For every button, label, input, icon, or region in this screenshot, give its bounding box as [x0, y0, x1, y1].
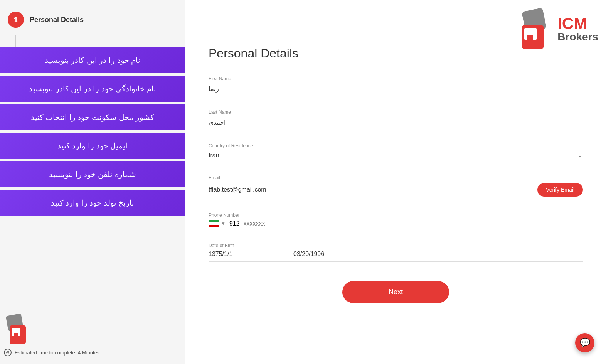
sidebar-footer: ⏱ Estimated time to complete: 4 Minutes: [4, 314, 99, 356]
flag-red-stripe: [209, 225, 219, 227]
last-name-label: Last Name: [209, 110, 583, 115]
sidebar: 1 Personal Details نام خود را در این کاد…: [0, 0, 185, 364]
logo-svg: [516, 8, 554, 50]
sidebar-btn-email[interactable]: ایمیل خود را وارد کنید: [0, 133, 185, 159]
dob-gregorian-input[interactable]: [293, 251, 370, 258]
iran-flag: [209, 220, 219, 227]
svg-rect-7: [527, 35, 533, 48]
first-name-input[interactable]: [209, 84, 583, 94]
flag-dropdown[interactable]: ▼: [209, 220, 226, 227]
first-name-group: First Name: [209, 76, 583, 98]
last-name-input[interactable]: [209, 117, 583, 127]
phone-group: Phone Number ▼ 912: [209, 212, 583, 231]
dob-group: Date of Birth: [209, 243, 583, 262]
phone-country-code: 912: [229, 220, 240, 227]
sidebar-btn-country[interactable]: کشور محل سکونت خود را انتخاب کنید: [0, 104, 185, 130]
chat-button[interactable]: 💬: [575, 333, 594, 352]
dob-persian-input[interactable]: [209, 251, 286, 258]
dob-label: Date of Birth: [209, 243, 583, 248]
last-name-group: Last Name: [209, 110, 583, 131]
country-group: Country of Residence Iran United States …: [209, 143, 583, 163]
chevron-down-icon: ⌄: [577, 151, 583, 159]
logo-shape-container: [516, 8, 554, 50]
clock-icon: ⏱: [4, 349, 12, 356]
step-number: 1: [8, 12, 24, 28]
sidebar-btn-last-name[interactable]: نام خانوادگی خود را در این کادر بنویسید: [0, 76, 185, 102]
email-group: Email Verify Email: [209, 175, 583, 201]
sidebar-buttons: نام خود را در این کادر بنویسید نام خانوا…: [0, 47, 185, 218]
phone-label: Phone Number: [209, 212, 583, 218]
top-logo: ICM Brokers: [516, 8, 598, 50]
step-header: 1 Personal Details: [0, 0, 185, 35]
step-line: [15, 35, 16, 47]
logo-text: ICM Brokers: [557, 15, 598, 42]
sidebar-logo-icon: [4, 314, 35, 345]
flag-chevron-icon: ▼: [221, 221, 226, 226]
sidebar-btn-dob[interactable]: تاریخ تولد خود را وارد کنید: [0, 190, 185, 216]
next-button[interactable]: Next: [342, 281, 449, 303]
verify-email-button[interactable]: Verify Email: [537, 183, 583, 197]
email-row: Verify Email: [209, 183, 583, 197]
country-select-wrapper: Iran United States United Kingdom German…: [209, 151, 583, 159]
sidebar-btn-first-name[interactable]: نام خود را در این کادر بنویسید: [0, 47, 185, 73]
logo-brokers-text: Brokers: [557, 32, 598, 42]
step-title: Personal Details: [30, 16, 84, 24]
sidebar-btn-phone[interactable]: شماره تلفن خود را بنویسید: [0, 161, 185, 187]
next-btn-wrapper: Next: [209, 281, 583, 303]
svg-rect-3: [14, 333, 18, 342]
country-select[interactable]: Iran United States United Kingdom German…: [209, 152, 577, 158]
phone-row: ▼ 912: [209, 220, 583, 227]
chat-icon: 💬: [580, 338, 590, 348]
email-input[interactable]: [209, 186, 537, 193]
country-label: Country of Residence: [209, 143, 583, 148]
phone-input[interactable]: [244, 220, 583, 227]
first-name-label: First Name: [209, 76, 583, 81]
logo-icm-text: ICM: [557, 15, 598, 32]
dob-row: [209, 251, 583, 258]
time-estimate: ⏱ Estimated time to complete: 4 Minutes: [4, 349, 99, 356]
email-label: Email: [209, 175, 583, 180]
main-content: ICM Brokers Personal Details First Name …: [185, 0, 606, 364]
